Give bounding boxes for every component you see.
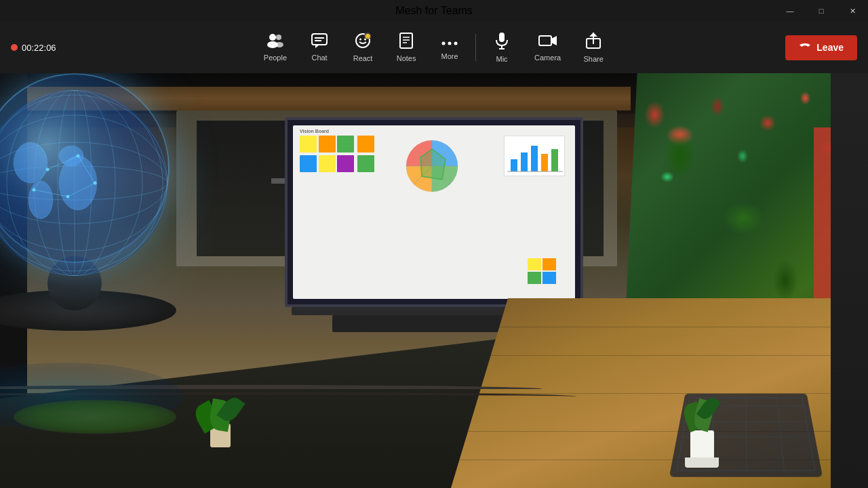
toolbar-people[interactable]: People [254, 28, 296, 67]
svg-rect-23 [539, 36, 551, 45]
react-label: React [353, 54, 373, 62]
sticky-note-yellow-1 [300, 136, 317, 152]
svg-text:😊: 😊 [365, 33, 371, 39]
whiteboard-bottom-notes [528, 258, 568, 285]
share-label: Share [584, 55, 604, 63]
toolbar-share[interactable]: Share [573, 26, 614, 68]
chat-label: Chat [311, 54, 327, 62]
plant-right [685, 430, 719, 468]
svg-point-0 [269, 34, 276, 41]
whiteboard-chart [401, 136, 462, 197]
plant-left-leaves [197, 396, 244, 434]
notes-icon [399, 33, 414, 52]
recording-indicator [11, 44, 18, 51]
leave-label: Leave [816, 42, 844, 53]
svg-rect-20 [499, 33, 505, 42]
sticky-note-blue-1 [300, 155, 317, 172]
svg-point-55 [0, 90, 167, 276]
toolbar: 00:22:06 People [0, 22, 868, 73]
svg-point-9 [359, 39, 361, 41]
window-title: Mesh for Teams [395, 5, 473, 17]
svg-point-19 [454, 42, 458, 45]
react-icon: 😊 [355, 33, 371, 52]
svg-marker-24 [551, 36, 557, 45]
mat-col-2 [746, 397, 747, 471]
recording-badge: 00:22:06 [11, 43, 56, 53]
svg-rect-38 [551, 149, 558, 171]
more-label: More [441, 52, 458, 60]
camera-icon [538, 33, 557, 51]
globe-hologram [0, 73, 170, 263]
presentation-screen: Vision Board [293, 125, 575, 299]
sticky-note-orange-1 [319, 136, 336, 152]
floor-plank-1 [451, 327, 831, 327]
globe-grid [0, 88, 170, 278]
globe-container [0, 73, 203, 331]
sticky-note-yellow-2 [319, 155, 336, 172]
toolbar-chat[interactable]: Chat [299, 28, 340, 67]
right-panel [831, 73, 868, 488]
minimize-button[interactable]: — [774, 0, 806, 22]
chat-icon [311, 33, 328, 51]
plant-left [210, 424, 231, 447]
people-icon [267, 33, 284, 51]
svg-rect-34 [511, 159, 517, 171]
svg-rect-36 [531, 146, 538, 171]
presentation-frame: Vision Board [285, 117, 583, 307]
recording-timer: 00:22:06 [22, 43, 56, 53]
sticky-note-purple-1 [337, 155, 354, 172]
sticky-note-green-1 [337, 136, 354, 152]
whiteboard-bar-chart [504, 136, 565, 176]
sticky-note-orange-2 [357, 136, 374, 152]
svg-rect-4 [312, 34, 327, 45]
toolbar-center: People Chat [254, 26, 614, 68]
titlebar: Mesh for Teams — □ ✕ [0, 0, 868, 22]
mic-label: Mic [496, 55, 508, 63]
svg-point-17 [442, 42, 446, 45]
toolbar-separator [475, 34, 476, 61]
svg-point-3 [275, 42, 283, 47]
sticky-note-green-2 [357, 155, 374, 172]
toolbar-notes[interactable]: Notes [386, 27, 427, 68]
svg-point-1 [276, 35, 281, 40]
red-panel [814, 127, 831, 304]
toolbar-react[interactable]: 😊 React [342, 27, 383, 68]
svg-marker-27 [589, 33, 597, 37]
whiteboard-label: Vision Board [300, 129, 329, 134]
mic-icon [495, 32, 509, 52]
floor-plank-2 [451, 355, 831, 356]
maximize-button[interactable]: □ [806, 0, 837, 22]
more-icon [441, 35, 458, 49]
svg-point-18 [448, 42, 452, 45]
svg-rect-37 [541, 154, 548, 171]
toolbar-camera[interactable]: Camera [525, 28, 570, 67]
toolbar-mic[interactable]: Mic [481, 26, 522, 68]
svg-rect-35 [521, 152, 528, 171]
scene: Vision Board [0, 73, 868, 488]
toolbar-more[interactable]: More [429, 29, 470, 66]
globe-terrain [14, 400, 176, 434]
share-icon [585, 32, 601, 52]
camera-label: Camera [534, 54, 561, 62]
plant-leaves [682, 396, 722, 437]
svg-rect-13 [400, 33, 412, 48]
leave-button[interactable]: Leave [785, 35, 857, 60]
people-label: People [264, 54, 287, 62]
notes-label: Notes [397, 54, 416, 62]
leave-phone-icon [799, 42, 811, 54]
window-controls: — □ ✕ [774, 0, 868, 22]
close-button[interactable]: ✕ [837, 0, 868, 22]
